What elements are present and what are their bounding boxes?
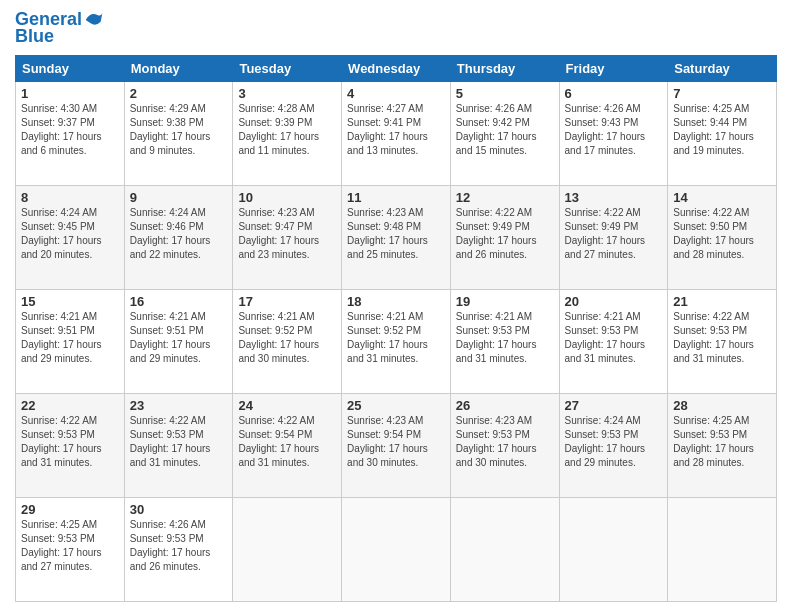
calendar-cell: 29Sunrise: 4:25 AMSunset: 9:53 PMDayligh…: [16, 498, 125, 602]
header-tuesday: Tuesday: [233, 56, 342, 82]
calendar-cell: 19Sunrise: 4:21 AMSunset: 9:53 PMDayligh…: [450, 290, 559, 394]
day-info: Sunrise: 4:23 AMSunset: 9:53 PMDaylight:…: [456, 414, 554, 470]
header-saturday: Saturday: [668, 56, 777, 82]
calendar-cell: 13Sunrise: 4:22 AMSunset: 9:49 PMDayligh…: [559, 186, 668, 290]
day-number: 15: [21, 294, 119, 309]
day-info: Sunrise: 4:21 AMSunset: 9:52 PMDaylight:…: [238, 310, 336, 366]
calendar-cell: 5Sunrise: 4:26 AMSunset: 9:42 PMDaylight…: [450, 82, 559, 186]
day-info: Sunrise: 4:24 AMSunset: 9:46 PMDaylight:…: [130, 206, 228, 262]
day-info: Sunrise: 4:26 AMSunset: 9:43 PMDaylight:…: [565, 102, 663, 158]
day-info: Sunrise: 4:21 AMSunset: 9:52 PMDaylight:…: [347, 310, 445, 366]
calendar-header-row: SundayMondayTuesdayWednesdayThursdayFrid…: [16, 56, 777, 82]
calendar-cell: 2Sunrise: 4:29 AMSunset: 9:38 PMDaylight…: [124, 82, 233, 186]
day-number: 14: [673, 190, 771, 205]
calendar-cell: 15Sunrise: 4:21 AMSunset: 9:51 PMDayligh…: [16, 290, 125, 394]
day-info: Sunrise: 4:22 AMSunset: 9:49 PMDaylight:…: [565, 206, 663, 262]
day-number: 26: [456, 398, 554, 413]
header-sunday: Sunday: [16, 56, 125, 82]
day-number: 30: [130, 502, 228, 517]
calendar-cell: [342, 498, 451, 602]
calendar-cell: 1Sunrise: 4:30 AMSunset: 9:37 PMDaylight…: [16, 82, 125, 186]
day-number: 16: [130, 294, 228, 309]
day-info: Sunrise: 4:22 AMSunset: 9:49 PMDaylight:…: [456, 206, 554, 262]
calendar-cell: [559, 498, 668, 602]
calendar-cell: 18Sunrise: 4:21 AMSunset: 9:52 PMDayligh…: [342, 290, 451, 394]
day-number: 21: [673, 294, 771, 309]
day-info: Sunrise: 4:21 AMSunset: 9:51 PMDaylight:…: [130, 310, 228, 366]
calendar-cell: 9Sunrise: 4:24 AMSunset: 9:46 PMDaylight…: [124, 186, 233, 290]
day-info: Sunrise: 4:22 AMSunset: 9:53 PMDaylight:…: [673, 310, 771, 366]
day-info: Sunrise: 4:26 AMSunset: 9:53 PMDaylight:…: [130, 518, 228, 574]
header: General Blue: [15, 10, 777, 47]
calendar-cell: 23Sunrise: 4:22 AMSunset: 9:53 PMDayligh…: [124, 394, 233, 498]
day-info: Sunrise: 4:22 AMSunset: 9:53 PMDaylight:…: [21, 414, 119, 470]
day-number: 11: [347, 190, 445, 205]
calendar-cell: 3Sunrise: 4:28 AMSunset: 9:39 PMDaylight…: [233, 82, 342, 186]
day-number: 9: [130, 190, 228, 205]
day-number: 19: [456, 294, 554, 309]
day-number: 2: [130, 86, 228, 101]
day-info: Sunrise: 4:29 AMSunset: 9:38 PMDaylight:…: [130, 102, 228, 158]
day-number: 12: [456, 190, 554, 205]
day-info: Sunrise: 4:24 AMSunset: 9:53 PMDaylight:…: [565, 414, 663, 470]
calendar-cell: 20Sunrise: 4:21 AMSunset: 9:53 PMDayligh…: [559, 290, 668, 394]
calendar-cell: 24Sunrise: 4:22 AMSunset: 9:54 PMDayligh…: [233, 394, 342, 498]
day-info: Sunrise: 4:23 AMSunset: 9:54 PMDaylight:…: [347, 414, 445, 470]
day-number: 5: [456, 86, 554, 101]
day-info: Sunrise: 4:30 AMSunset: 9:37 PMDaylight:…: [21, 102, 119, 158]
header-friday: Friday: [559, 56, 668, 82]
header-thursday: Thursday: [450, 56, 559, 82]
day-number: 8: [21, 190, 119, 205]
logo-icon: [84, 10, 104, 30]
calendar-cell: 28Sunrise: 4:25 AMSunset: 9:53 PMDayligh…: [668, 394, 777, 498]
day-number: 13: [565, 190, 663, 205]
calendar-cell: [233, 498, 342, 602]
day-info: Sunrise: 4:22 AMSunset: 9:53 PMDaylight:…: [130, 414, 228, 470]
calendar-cell: 22Sunrise: 4:22 AMSunset: 9:53 PMDayligh…: [16, 394, 125, 498]
header-monday: Monday: [124, 56, 233, 82]
calendar-cell: 4Sunrise: 4:27 AMSunset: 9:41 PMDaylight…: [342, 82, 451, 186]
day-info: Sunrise: 4:27 AMSunset: 9:41 PMDaylight:…: [347, 102, 445, 158]
day-number: 23: [130, 398, 228, 413]
day-number: 24: [238, 398, 336, 413]
calendar-cell: 30Sunrise: 4:26 AMSunset: 9:53 PMDayligh…: [124, 498, 233, 602]
calendar-table: SundayMondayTuesdayWednesdayThursdayFrid…: [15, 55, 777, 602]
day-info: Sunrise: 4:28 AMSunset: 9:39 PMDaylight:…: [238, 102, 336, 158]
day-number: 25: [347, 398, 445, 413]
day-number: 4: [347, 86, 445, 101]
day-info: Sunrise: 4:26 AMSunset: 9:42 PMDaylight:…: [456, 102, 554, 158]
day-number: 10: [238, 190, 336, 205]
day-number: 7: [673, 86, 771, 101]
calendar-cell: [668, 498, 777, 602]
week-row-1: 1Sunrise: 4:30 AMSunset: 9:37 PMDaylight…: [16, 82, 777, 186]
calendar-cell: 14Sunrise: 4:22 AMSunset: 9:50 PMDayligh…: [668, 186, 777, 290]
day-number: 28: [673, 398, 771, 413]
logo: General Blue: [15, 10, 104, 47]
day-info: Sunrise: 4:21 AMSunset: 9:53 PMDaylight:…: [456, 310, 554, 366]
calendar-cell: 26Sunrise: 4:23 AMSunset: 9:53 PMDayligh…: [450, 394, 559, 498]
day-number: 29: [21, 502, 119, 517]
calendar-cell: 27Sunrise: 4:24 AMSunset: 9:53 PMDayligh…: [559, 394, 668, 498]
week-row-4: 22Sunrise: 4:22 AMSunset: 9:53 PMDayligh…: [16, 394, 777, 498]
day-number: 6: [565, 86, 663, 101]
day-info: Sunrise: 4:25 AMSunset: 9:44 PMDaylight:…: [673, 102, 771, 158]
day-number: 17: [238, 294, 336, 309]
day-number: 3: [238, 86, 336, 101]
day-number: 18: [347, 294, 445, 309]
day-info: Sunrise: 4:21 AMSunset: 9:51 PMDaylight:…: [21, 310, 119, 366]
day-number: 22: [21, 398, 119, 413]
day-info: Sunrise: 4:22 AMSunset: 9:50 PMDaylight:…: [673, 206, 771, 262]
calendar-cell: 6Sunrise: 4:26 AMSunset: 9:43 PMDaylight…: [559, 82, 668, 186]
day-info: Sunrise: 4:25 AMSunset: 9:53 PMDaylight:…: [21, 518, 119, 574]
day-info: Sunrise: 4:24 AMSunset: 9:45 PMDaylight:…: [21, 206, 119, 262]
day-info: Sunrise: 4:21 AMSunset: 9:53 PMDaylight:…: [565, 310, 663, 366]
page: General Blue SundayMondayTuesdayWednesda…: [0, 0, 792, 612]
calendar-cell: 17Sunrise: 4:21 AMSunset: 9:52 PMDayligh…: [233, 290, 342, 394]
day-number: 27: [565, 398, 663, 413]
calendar-cell: 12Sunrise: 4:22 AMSunset: 9:49 PMDayligh…: [450, 186, 559, 290]
week-row-5: 29Sunrise: 4:25 AMSunset: 9:53 PMDayligh…: [16, 498, 777, 602]
calendar-cell: 11Sunrise: 4:23 AMSunset: 9:48 PMDayligh…: [342, 186, 451, 290]
day-info: Sunrise: 4:23 AMSunset: 9:47 PMDaylight:…: [238, 206, 336, 262]
week-row-2: 8Sunrise: 4:24 AMSunset: 9:45 PMDaylight…: [16, 186, 777, 290]
calendar-cell: 25Sunrise: 4:23 AMSunset: 9:54 PMDayligh…: [342, 394, 451, 498]
